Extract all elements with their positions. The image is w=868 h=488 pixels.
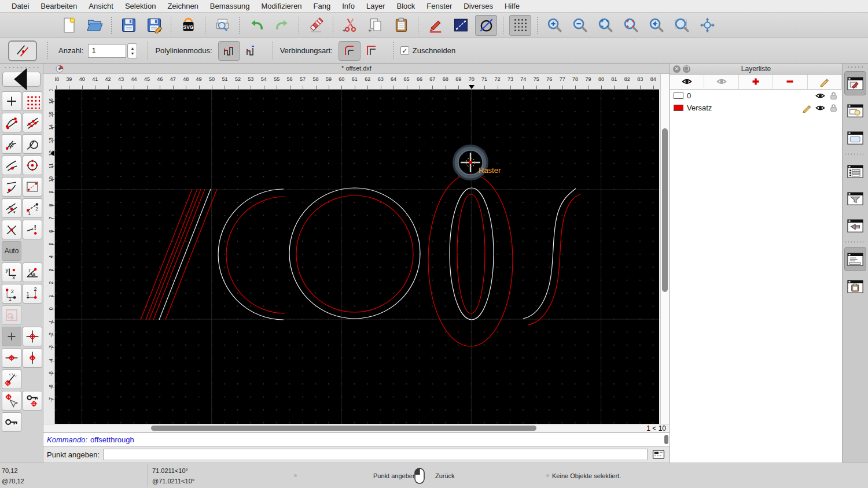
menu-bemassung[interactable]: Bemassung — [204, 0, 256, 13]
lock-relative-zero-button[interactable] — [23, 391, 42, 411]
snap-distance-button[interactable]: 12 — [23, 198, 42, 218]
drawing-canvas-svg[interactable]: Raster — [55, 90, 659, 424]
isometric-off-button[interactable] — [475, 15, 497, 36]
layer-list-toggle-button[interactable] — [844, 71, 866, 95]
open-file-button[interactable] — [83, 15, 105, 36]
selection-filter-toggle-button[interactable] — [844, 186, 866, 210]
restrict-ortho-disabled-button[interactable] — [2, 305, 21, 325]
trim-checkbox[interactable]: ✓ — [400, 46, 409, 55]
property-editor-toggle-button[interactable] — [844, 159, 866, 183]
relative-zero-key-button[interactable] — [2, 412, 21, 432]
snap-parallel-button[interactable] — [2, 198, 21, 218]
restrict-horizontal-button[interactable] — [2, 348, 21, 368]
block-list-toggle-button[interactable] — [844, 98, 866, 123]
document-tab-title[interactable]: * offset.dxf — [43, 65, 670, 72]
layer-row-0[interactable]: 0 — [670, 90, 842, 102]
hide-all-layers-button[interactable] — [704, 75, 738, 89]
layer-row-Versatz[interactable]: Versatz — [670, 102, 842, 114]
add-layer-button[interactable] — [739, 75, 773, 89]
command-line-panel-toggle-button[interactable] — [844, 247, 866, 271]
remove-layer-button[interactable] — [773, 75, 807, 89]
snap-middle-button[interactable] — [2, 156, 21, 175]
copy-button[interactable] — [365, 15, 387, 36]
calculator-button[interactable] — [651, 449, 666, 461]
restrict-none-button[interactable] — [2, 327, 21, 346]
zoom-selection-button[interactable] — [620, 15, 642, 36]
clipboard-panel-toggle-button[interactable] — [844, 274, 866, 298]
menu-info[interactable]: Info — [336, 0, 361, 13]
coord-polar-button[interactable]: ra — [23, 263, 42, 282]
menu-modifizieren[interactable]: Modifizieren — [256, 0, 308, 13]
menu-layer[interactable]: Layer — [361, 0, 391, 13]
restrict-vertical-button[interactable] — [23, 348, 42, 368]
save-file-as-button[interactable] — [143, 15, 165, 36]
zoom-previous-button[interactable] — [645, 15, 667, 36]
library-browser-toggle-button[interactable] — [844, 125, 866, 150]
restrict-both-button[interactable] — [23, 327, 42, 346]
line-tool-button[interactable] — [450, 15, 472, 36]
menu-datei[interactable]: Datei — [6, 0, 35, 13]
menu-bearbeiten[interactable]: Bearbeiten — [35, 0, 83, 13]
snap-grid-button[interactable] — [23, 91, 42, 111]
svg-export-button[interactable]: SVG — [177, 15, 199, 36]
layer-color-swatch[interactable] — [674, 105, 683, 111]
back-button[interactable] — [2, 72, 41, 87]
restrict-angle-button[interactable] — [2, 369, 21, 389]
grid-toggle-button[interactable] — [509, 15, 531, 36]
snap-free-button[interactable] — [2, 91, 21, 111]
delete-eraser-button[interactable] — [305, 15, 327, 36]
paste-button[interactable] — [390, 15, 412, 36]
horizontal-scrollbar-thumb[interactable] — [151, 426, 536, 431]
cut-button[interactable] — [339, 15, 361, 36]
layer-color-swatch[interactable] — [674, 93, 683, 99]
anzahl-input[interactable] — [88, 44, 126, 58]
menu-zeichnen[interactable]: Zeichnen — [161, 0, 204, 13]
edit-layer-button[interactable] — [808, 75, 842, 89]
vertical-scrollbar-thumb[interactable] — [662, 128, 668, 292]
coord-cartesian-button[interactable]: yx — [2, 263, 21, 282]
anzahl-stepper[interactable]: ▲▼ — [127, 43, 137, 58]
menu-hilfe[interactable]: Hilfe — [499, 0, 525, 13]
snap-tangent-point-button[interactable] — [2, 177, 21, 197]
snap-endpoints-button[interactable] — [2, 113, 21, 132]
menu-selektion[interactable]: Selektion — [119, 0, 161, 13]
snap-intersection-manual-button[interactable]: ! — [23, 220, 42, 239]
save-file-button[interactable] — [117, 15, 139, 36]
command-input[interactable] — [103, 449, 648, 460]
snap-intersection-button[interactable] — [2, 220, 21, 239]
redo-button[interactable] — [271, 15, 293, 36]
zoom-out-button[interactable] — [569, 15, 591, 36]
vertical-scrollbar[interactable] — [660, 74, 669, 424]
edit-pencil-button[interactable] — [424, 15, 446, 36]
menu-block[interactable]: Block — [391, 0, 421, 13]
polyline-mode-on-button[interactable] — [218, 41, 240, 61]
offset-tool-button[interactable] — [8, 40, 37, 61]
undo-button[interactable] — [245, 15, 267, 36]
dock-drag-handle[interactable] — [847, 65, 864, 69]
menu-fang[interactable]: Fang — [308, 0, 337, 13]
snap-perpendicular-button[interactable] — [2, 134, 21, 154]
coord-relative-1-button[interactable]: 12 — [2, 284, 21, 304]
horizontal-scrollbar[interactable] — [55, 424, 659, 432]
coord-relative-2-button[interactable]: 12 — [23, 284, 42, 304]
command-trigger-toggle-button[interactable] — [844, 213, 866, 238]
new-file-button[interactable] — [58, 15, 80, 36]
zoom-in-button[interactable] — [543, 15, 565, 36]
zoom-auto-button[interactable] — [594, 15, 616, 36]
print-preview-button[interactable] — [211, 15, 233, 36]
menu-fenster[interactable]: Fenster — [421, 0, 458, 13]
snap-on-entity-button[interactable] — [23, 113, 42, 132]
polyline-mode-off-button[interactable] — [240, 41, 262, 61]
join-round-button[interactable] — [339, 41, 361, 61]
history-scrollbar-thumb[interactable] — [664, 435, 668, 444]
zoom-pan-button[interactable] — [696, 15, 718, 36]
join-miter-button[interactable] — [361, 41, 382, 61]
menu-diverses[interactable]: Diverses — [458, 0, 499, 13]
zoom-window-button[interactable] — [671, 15, 693, 36]
show-all-layers-button[interactable] — [670, 75, 704, 89]
set-relative-zero-button[interactable] — [2, 391, 21, 411]
menu-ansicht[interactable]: Ansicht — [83, 0, 119, 13]
snap-center-button[interactable] — [23, 156, 42, 175]
snap-reference-button[interactable] — [23, 177, 42, 197]
drawing-canvas[interactable]: Raster — [55, 90, 659, 424]
